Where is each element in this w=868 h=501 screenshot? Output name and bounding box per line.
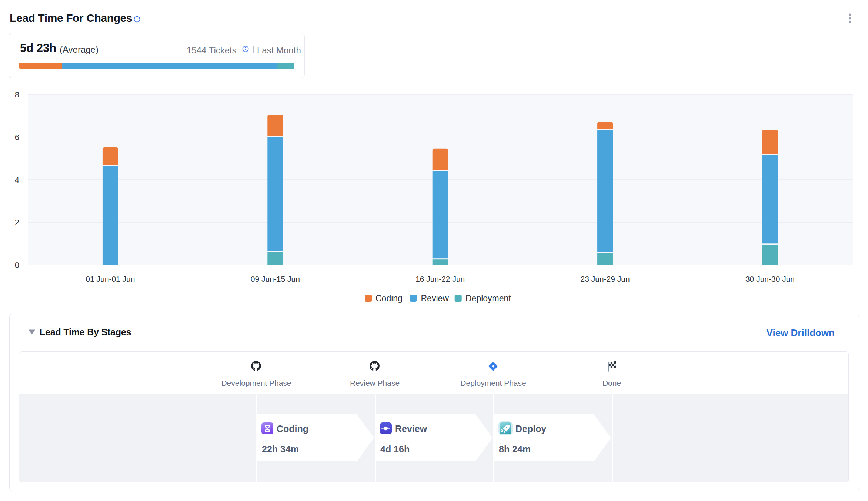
svg-text:4: 4 xyxy=(15,175,19,185)
svg-text:23 Jun-29 Jun: 23 Jun-29 Jun xyxy=(581,275,630,283)
svg-text:Deployment: Deployment xyxy=(465,293,511,303)
svg-text:0: 0 xyxy=(15,261,19,270)
svg-text:Review: Review xyxy=(421,293,449,303)
svg-text:16 Jun-22 Jun: 16 Jun-22 Jun xyxy=(415,275,465,283)
svg-text:01 Jun-01 Jun: 01 Jun-01 Jun xyxy=(86,275,135,283)
svg-text:2: 2 xyxy=(15,218,19,227)
svg-text:6: 6 xyxy=(15,133,19,142)
svg-text:30 Jun-30 Jun: 30 Jun-30 Jun xyxy=(745,275,795,283)
svg-text:Coding: Coding xyxy=(375,293,403,303)
svg-text:8: 8 xyxy=(15,90,19,99)
svg-text:09 Jun-15 Jun: 09 Jun-15 Jun xyxy=(251,275,300,283)
